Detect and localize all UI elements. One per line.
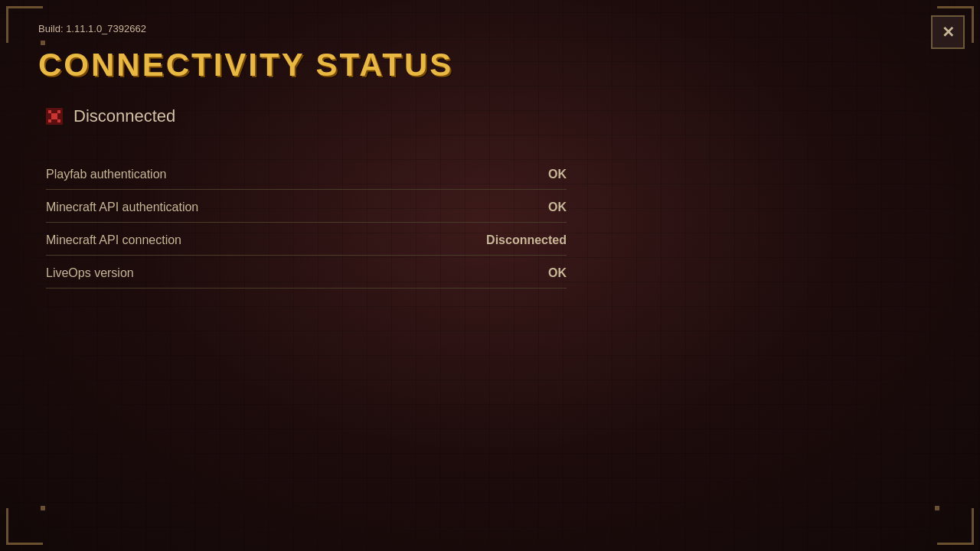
svg-rect-6 <box>51 116 54 119</box>
svg-rect-1 <box>48 110 51 113</box>
build-info: Build: 1.11.1.0_7392662 <box>38 23 942 34</box>
status-table: Playfab authenticationOKMinecraft API au… <box>46 157 567 289</box>
page-title: CONNECTIVITY STATUS <box>38 47 942 83</box>
row-value: Disconnected <box>486 233 567 247</box>
row-label: Playfab authentication <box>46 168 166 181</box>
table-row: Playfab authenticationOK <box>46 157 567 190</box>
overall-status-text: Disconnected <box>74 106 175 126</box>
svg-rect-2 <box>57 110 60 113</box>
table-row: Minecraft API authenticationOK <box>46 190 567 223</box>
table-row: LiveOps versionOK <box>46 256 567 289</box>
main-content: Build: 1.11.1.0_7392662 CONNECTIVITY STA… <box>0 0 980 551</box>
status-row: Disconnected <box>38 106 942 126</box>
svg-rect-9 <box>57 119 60 122</box>
disconnected-icon <box>46 108 63 125</box>
row-label: LiveOps version <box>46 266 134 280</box>
row-value: OK <box>548 266 567 280</box>
table-row: Minecraft API connectionDisconnected <box>46 223 567 256</box>
row-label: Minecraft API authentication <box>46 201 198 214</box>
svg-rect-7 <box>54 116 57 119</box>
svg-rect-8 <box>48 119 51 122</box>
row-value: OK <box>548 201 567 214</box>
row-value: OK <box>548 168 567 181</box>
row-label: Minecraft API connection <box>46 233 181 247</box>
